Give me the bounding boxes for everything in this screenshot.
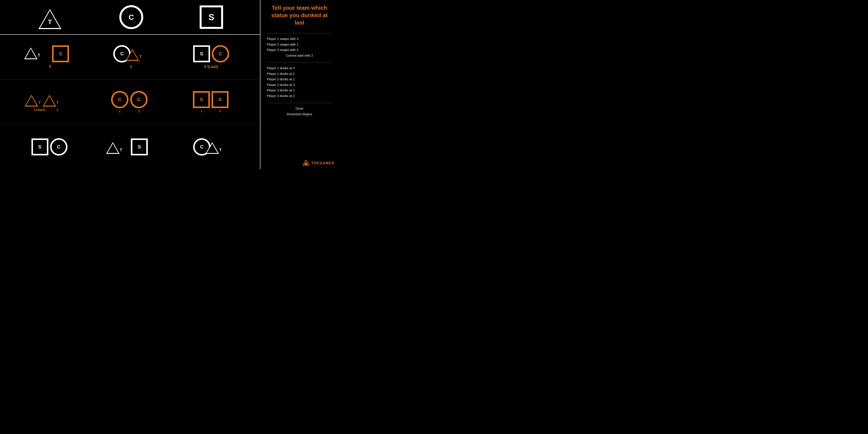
header-circle-letter: C xyxy=(129,13,134,22)
col2-label: 1 xyxy=(130,64,132,69)
circle-white-final: C xyxy=(50,138,67,156)
done-line-2: Dissection begins xyxy=(267,111,332,117)
swap-line-4: Cannot start with 2 xyxy=(267,53,332,58)
sc-final-pair: S C xyxy=(31,138,67,156)
col-ss-dunk: S 1 S 2 xyxy=(193,91,228,113)
dunk-line-5: Player 3 dunks at 1 xyxy=(267,88,332,93)
tri-t-final-label: T xyxy=(120,148,122,152)
triangle-orange-small: T xyxy=(132,47,149,61)
header-square: S xyxy=(199,5,223,29)
label-3: 3 xyxy=(138,110,140,113)
tri-orange-2: T xyxy=(50,93,66,107)
col-ct-swap: C T 1 xyxy=(113,45,149,69)
dunk-line-6: Player 3 dunks at 2 xyxy=(267,93,332,99)
ts-final-pair: T S xyxy=(113,138,148,155)
thegamer-logo: THEGAMER xyxy=(303,160,335,167)
circle-orange-c1: C xyxy=(111,91,128,108)
header-square-letter: S xyxy=(209,12,214,22)
square-orange-s2: S xyxy=(212,91,228,108)
header-row: T C S xyxy=(0,0,260,35)
col1-label: 3 xyxy=(49,64,51,69)
content-rows: T S 3 C T 1 xyxy=(0,35,260,169)
header-triangle: T xyxy=(37,6,63,29)
ts-pair: T S xyxy=(31,45,69,62)
tri-t-orange-label: T xyxy=(139,55,142,59)
ct-pair: C T xyxy=(113,45,149,62)
col-ct-final: C T xyxy=(193,138,228,156)
sc-pair: S C xyxy=(193,45,229,62)
left-panel: T C S T xyxy=(0,0,260,169)
right-panel: Tell your team which statue you dunked a… xyxy=(260,0,339,169)
tt-pair: T 3 (Start) T 2 xyxy=(31,93,66,112)
row-final-pairs: S C T S C xyxy=(0,125,260,169)
tri-t-final2-label: T xyxy=(219,148,222,152)
row-dunk-pairs: T 3 (Start) T 2 xyxy=(0,80,260,125)
thegamer-text: THEGAMER xyxy=(311,161,335,165)
dunk-line-1: Player 1 dunks at 3 xyxy=(267,65,332,71)
divider-2 xyxy=(267,62,332,63)
right-panel-title: Tell your team which statue you dunked a… xyxy=(267,4,332,26)
label-3start: 3 (Start) xyxy=(34,108,45,112)
header-circle: C xyxy=(119,5,143,29)
circle-orange-c: C xyxy=(212,45,229,62)
cc-pair: C 1 C 3 xyxy=(111,91,148,113)
col-ts-swap: T S 3 xyxy=(31,45,69,69)
header-triangle-letter: T xyxy=(48,18,52,26)
dunk-line-2: Player 1 dunks at 2 xyxy=(267,71,332,76)
triangle-white-small: T xyxy=(31,45,50,62)
square-white-final: S xyxy=(31,138,49,155)
square-white-s: S xyxy=(193,45,210,62)
square-orange-s1: S xyxy=(193,91,210,108)
done-instructions: Done Dissection begins xyxy=(267,106,332,117)
divider-3 xyxy=(267,103,332,103)
swap-instructions: Player 1 swaps with 3 Player 2 swaps wit… xyxy=(267,36,332,58)
circle-orange-c2: C xyxy=(130,91,148,108)
col-sc-swap: S C 2 (Last) xyxy=(193,45,229,69)
swap-line-1: Player 1 swaps with 3 xyxy=(267,36,332,42)
col-sc-final: S C xyxy=(31,138,67,156)
tri-t2-label: T xyxy=(56,100,59,105)
ct-final-pair: C T xyxy=(193,138,228,156)
label-2: 2 xyxy=(57,108,58,112)
label-s2: 2 xyxy=(219,110,221,113)
col3-label: 2 (Last) xyxy=(204,64,218,69)
col-ts-final: T S xyxy=(113,138,148,155)
col-tt-dunk: T 3 (Start) T 2 xyxy=(31,93,66,112)
done-line-1: Done xyxy=(267,106,332,111)
tri-white-final: T xyxy=(113,140,129,154)
tri-t1-label: T xyxy=(38,100,41,105)
dunk-line-3: Player 2 dunks at 1 xyxy=(267,76,332,82)
thegamer-icon xyxy=(303,160,309,167)
dunk-line-4: Player 2 dunks at 3 xyxy=(267,82,332,88)
tri-white-final2: T xyxy=(212,140,228,154)
square-orange-s: S xyxy=(52,45,69,62)
dunk-instructions: Player 1 dunks at 3 Player 1 dunks at 2 … xyxy=(267,65,332,98)
label-1: 1 xyxy=(119,110,121,113)
row-swap-pairs: T S 3 C T 1 xyxy=(0,35,260,80)
main-layout: T C S T xyxy=(0,0,339,169)
label-s1: 1 xyxy=(200,110,202,113)
square-white-final2: S xyxy=(131,138,148,155)
col-cc-dunk: C 1 C 3 xyxy=(111,91,148,113)
tri-t-label: T xyxy=(38,53,40,58)
swap-line-2: Player 2 swaps with 1 xyxy=(267,42,332,47)
ss-pair: S 1 S 2 xyxy=(193,91,228,113)
swap-line-3: Player 3 swaps with 2 xyxy=(267,47,332,53)
